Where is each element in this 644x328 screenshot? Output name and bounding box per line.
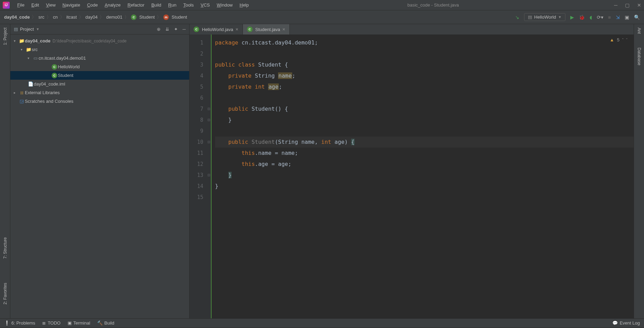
menu-build[interactable]: Build: [148, 1, 165, 9]
project-tool-button[interactable]: 1: Project: [3, 28, 8, 45]
coverage-icon[interactable]: ◖: [590, 14, 592, 20]
crumb-cn[interactable]: cn: [53, 14, 58, 20]
menu-run[interactable]: Run: [165, 1, 180, 9]
terminal-tool-button[interactable]: ▣Terminal: [68, 320, 90, 326]
close-tab-icon[interactable]: ✕: [282, 27, 285, 32]
fold-gutter[interactable]: ⊟⊟ ⊟ ⊟: [207, 34, 212, 318]
code-line-9[interactable]: [215, 126, 634, 137]
menu-help[interactable]: Help: [236, 1, 252, 9]
code-line-12[interactable]: this.age = age;: [215, 159, 634, 170]
maximize-icon[interactable]: ▢: [625, 2, 630, 8]
tree-scratches[interactable]: ◲ Scratches and Consoles: [10, 97, 189, 106]
left-tool-strip: 1: Project 7: Structure 2: Favorites: [0, 24, 10, 318]
class-icon: C: [247, 27, 253, 32]
crumb-demo01[interactable]: demo01: [106, 14, 122, 20]
ide-settings-icon[interactable]: ▣: [625, 14, 629, 20]
project-tree[interactable]: ▾📁 day04_code D:\IdeaProjects\basic_code…: [10, 34, 189, 318]
code-line-5[interactable]: private int age;: [215, 81, 634, 92]
menu-vcs[interactable]: VCS: [197, 1, 213, 9]
run-icon[interactable]: ▶: [570, 14, 574, 20]
code-line-6[interactable]: [215, 92, 634, 103]
crumb-method[interactable]: Student: [172, 14, 187, 20]
menu-tools[interactable]: Tools: [180, 1, 197, 9]
favorites-tool-button[interactable]: 2: Favorites: [3, 283, 8, 305]
navigation-bar: day04_code 〉 src 〉 cn 〉 itcast 〉 day04 〉…: [0, 10, 644, 24]
tree-src[interactable]: ▾📁 src: [10, 45, 189, 54]
structure-tool-button[interactable]: 7: Structure: [3, 237, 8, 259]
code-line-15[interactable]: [215, 192, 634, 203]
close-icon[interactable]: ✕: [637, 2, 641, 8]
code-line-4[interactable]: private String name;: [215, 70, 634, 81]
menu-window[interactable]: Window: [213, 1, 236, 9]
breadcrumb: day04_code 〉 src 〉 cn 〉 itcast 〉 day04 〉…: [4, 14, 187, 20]
intellij-icon: IJ: [3, 2, 10, 9]
minimize-icon[interactable]: ─: [614, 2, 617, 8]
class-icon: C: [194, 27, 199, 32]
editor-tabs: CHelloWorld.java✕CStudent.java✕: [190, 24, 634, 34]
crumb-root[interactable]: day04_code: [4, 14, 30, 20]
crumb-src[interactable]: src: [38, 14, 44, 20]
hide-icon[interactable]: ─: [183, 27, 186, 32]
warning-icon: ▲: [610, 37, 614, 42]
database-tool-button[interactable]: Database: [637, 48, 642, 65]
update-icon[interactable]: ⇲: [616, 14, 620, 20]
ant-tool-button[interactable]: Ant: [637, 28, 642, 34]
locate-icon[interactable]: ⊕: [157, 27, 161, 32]
class-icon: C: [131, 14, 136, 20]
project-panel-title[interactable]: Project: [20, 27, 34, 32]
tree-external-libraries[interactable]: ▸⫼ External Libraries: [10, 88, 189, 97]
tree-iml[interactable]: 📄 day04_code.iml: [10, 80, 189, 88]
code-editor[interactable]: 123456789101112131415 ⊟⊟ ⊟ ⊟ package cn.…: [190, 34, 634, 318]
tab-HelloWorld.java[interactable]: CHelloWorld.java✕: [190, 24, 243, 34]
run-configuration-selector[interactable]: ▤ HelloWorld ▼: [524, 13, 565, 21]
inspection-widget[interactable]: ▲ 5 ˆ ˇ: [610, 37, 627, 42]
menu-bar: IJ FileEditViewNavigateCodeAnalyzeRefact…: [0, 0, 644, 10]
code-line-2[interactable]: [215, 48, 634, 59]
menu-view[interactable]: View: [42, 1, 59, 9]
debug-icon[interactable]: 🐞: [579, 14, 585, 20]
close-tab-icon[interactable]: ✕: [235, 27, 238, 32]
menu-code[interactable]: Code: [84, 1, 101, 9]
project-panel: ▤ Project ▼ ⊕ ⇊ ✦ ─ ▾📁 day04_code D:\Ide…: [10, 24, 190, 318]
window-title: basic_code - Student.java: [252, 2, 614, 8]
code-line-7[interactable]: public Student() {: [215, 103, 634, 115]
tree-file-helloworld[interactable]: C HelloWorld: [10, 62, 189, 71]
profiler-icon[interactable]: ⟳▾: [597, 14, 603, 20]
editor-area: CHelloWorld.java✕CStudent.java✕ 12345678…: [190, 24, 634, 318]
expand-all-icon[interactable]: ⇊: [165, 27, 169, 32]
stop-icon[interactable]: ■: [608, 14, 611, 20]
tree-package[interactable]: ▾▭ cn.itcast.day04.demo01: [10, 54, 189, 62]
build-hammer-icon[interactable]: ↘: [515, 14, 519, 20]
menu-analyze[interactable]: Analyze: [101, 1, 124, 9]
crumb-itcast[interactable]: itcast: [67, 14, 77, 20]
crumb-day04[interactable]: day04: [85, 14, 98, 20]
menu-navigate[interactable]: Navigate: [59, 1, 83, 9]
tab-Student.java[interactable]: CStudent.java✕: [243, 24, 290, 34]
code-line-14[interactable]: }: [215, 181, 634, 192]
settings-icon[interactable]: ✦: [174, 27, 178, 32]
line-gutter: 123456789101112131415: [190, 34, 207, 318]
code-line-8[interactable]: }: [215, 115, 634, 126]
code-line-10[interactable]: public Student(String name, int age) {: [215, 137, 634, 148]
menu-refactor[interactable]: Refactor: [124, 1, 148, 9]
right-tool-strip: Ant Database: [634, 24, 644, 318]
method-icon: m: [163, 14, 169, 20]
todo-tool-button[interactable]: ≣TODO: [42, 320, 60, 326]
code-line-13[interactable]: }: [215, 170, 634, 181]
tree-root[interactable]: ▾📁 day04_code D:\IdeaProjects\basic_code…: [10, 37, 189, 45]
code-line-11[interactable]: this.name = name;: [215, 148, 634, 159]
menu-edit[interactable]: Edit: [28, 1, 42, 9]
menu-file[interactable]: File: [14, 1, 28, 9]
build-tool-button[interactable]: 🔨Build: [97, 320, 114, 326]
problems-tool-button[interactable]: ❕6: Problems: [4, 320, 35, 326]
search-icon[interactable]: 🔍: [634, 14, 640, 20]
run-config-name: HelloWorld: [534, 14, 556, 20]
event-log-button[interactable]: 💬Event Log: [612, 320, 640, 326]
tree-file-student[interactable]: C Student: [10, 71, 189, 80]
code-line-1[interactable]: package cn.itcast.day04.demo01;: [215, 37, 634, 48]
crumb-class[interactable]: Student: [139, 14, 155, 20]
code-line-3[interactable]: public class Student {: [215, 59, 634, 70]
bottom-tool-bar: ❕6: Problems ≣TODO ▣Terminal 🔨Build 💬Eve…: [0, 318, 644, 327]
